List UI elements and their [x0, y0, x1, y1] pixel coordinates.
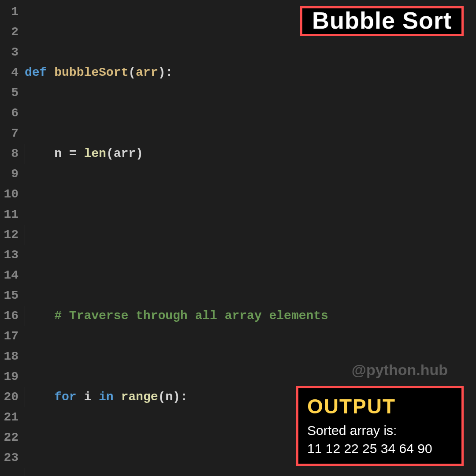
output-header: OUTPUT	[307, 393, 453, 420]
line-number: 8	[0, 144, 19, 164]
line-number: 17	[0, 326, 19, 346]
var: arr	[114, 147, 136, 160]
paren: (	[106, 147, 114, 160]
builtin-range: range	[121, 390, 158, 404]
line-number: 9	[0, 164, 19, 184]
output-line: 11 12 22 25 34 64 90	[307, 440, 453, 458]
code-line[interactable]: n = len(arr)	[25, 144, 476, 164]
line-number: 23	[0, 448, 19, 468]
keyword-in: in	[91, 390, 121, 404]
code-line[interactable]: def bubbleSort(arr):	[25, 63, 476, 83]
line-number: 22	[0, 428, 19, 448]
paren: )	[136, 147, 143, 160]
paren: (	[128, 66, 136, 79]
line-number: 2	[0, 22, 19, 42]
keyword-def: def	[25, 66, 54, 79]
indent	[25, 147, 54, 160]
line-number: 11	[0, 205, 19, 225]
code-line[interactable]: # Traverse through all array elements	[25, 306, 476, 326]
line-number: 5	[0, 83, 19, 103]
var: i	[84, 390, 91, 404]
title-badge: Bubble Sort	[300, 6, 464, 36]
output-panel: OUTPUT Sorted array is: 11 12 22 25 34 6…	[296, 386, 464, 466]
line-number: 12	[0, 225, 19, 245]
paren: )	[173, 390, 180, 404]
var: n	[165, 390, 173, 404]
line-number: 7	[0, 123, 19, 144]
output-line: Sorted array is:	[307, 422, 453, 440]
indent	[25, 309, 54, 323]
param: arr	[136, 66, 158, 79]
indent	[25, 390, 54, 404]
line-number: 18	[0, 346, 19, 367]
code-line[interactable]	[25, 468, 476, 476]
builtin-len: len	[84, 147, 106, 160]
line-number: 10	[0, 184, 19, 205]
line-number: 1	[0, 2, 19, 22]
colon: :	[180, 390, 188, 404]
line-number: 13	[0, 245, 19, 265]
line-number: 16	[0, 306, 19, 326]
line-number: 19	[0, 367, 19, 387]
line-number: 14	[0, 265, 19, 286]
line-number: 21	[0, 407, 19, 428]
paren: )	[158, 66, 165, 79]
code-line[interactable]	[25, 225, 476, 245]
watermark: @python.hub	[352, 360, 448, 380]
line-number: 3	[0, 42, 19, 63]
colon: :	[165, 66, 173, 79]
keyword-for: for	[54, 390, 84, 404]
paren: (	[158, 390, 165, 404]
line-number-gutter: 1 2 3 4 5 6 7 8 9 10 11 12 13 14 15 16 1…	[0, 2, 25, 476]
line-number: 15	[0, 286, 19, 306]
line-number: 20	[0, 387, 19, 407]
line-number: 4	[0, 63, 19, 83]
comment: # Traverse through all array elements	[54, 309, 328, 323]
op: =	[62, 147, 84, 160]
var: n	[54, 147, 62, 160]
function-name: bubbleSort	[54, 66, 128, 79]
line-number: 6	[0, 103, 19, 123]
